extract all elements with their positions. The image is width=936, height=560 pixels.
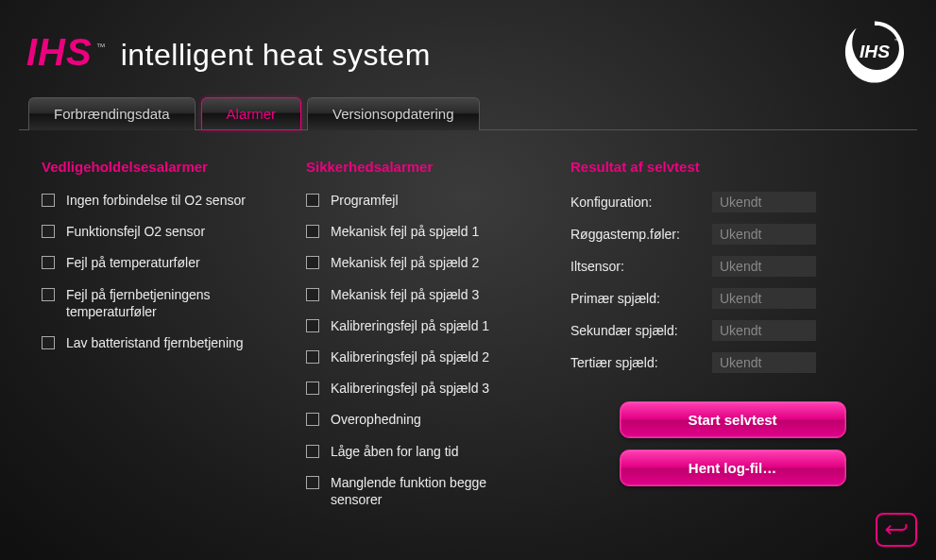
maintenance-alarm-label: Fejl på temperaturføler	[66, 254, 200, 271]
selftest-result-value: Ukendt	[712, 192, 816, 212]
tabbar: Forbrændingsdata Alarmer Versionsopdater…	[19, 96, 917, 130]
safety-alarm-item: Programfejl	[306, 192, 570, 209]
maintenance-alarm-checkbox[interactable]	[42, 336, 55, 349]
safety-alarm-label: Programfejl	[331, 192, 399, 209]
svg-text:™: ™	[894, 38, 900, 43]
brand-ihs: IHS	[26, 31, 93, 74]
selftest-result-label: Konfiguration:	[570, 195, 712, 210]
safety-alarm-checkbox[interactable]	[306, 256, 319, 269]
brand-subtitle: intelligent heat system	[121, 38, 431, 73]
safety-title: Sikkerhedsalarmer	[306, 159, 570, 175]
selftest-buttons: Start selvtest Hent log-fil…	[570, 401, 894, 486]
return-arrow-icon	[884, 521, 909, 538]
selftest-result-value: Ukendt	[712, 288, 816, 309]
content: Vedligeholdelsesalarmer Ingen forbindels…	[0, 130, 936, 518]
safety-alarm-label: Låge åben for lang tid	[331, 443, 458, 460]
selftest-rows: Konfiguration:UkendtRøggastemp.føler:Uke…	[570, 192, 894, 373]
maintenance-alarm-item: Funktionsfejl O2 sensor	[42, 223, 306, 240]
safety-alarm-checkbox[interactable]	[306, 194, 319, 207]
safety-alarm-item: Kalibreringsfejl på spjæld 1	[306, 317, 570, 334]
safety-alarm-checkbox[interactable]	[306, 288, 319, 301]
safety-alarm-list: ProgramfejlMekanisk fejl på spjæld 1Meka…	[306, 192, 570, 508]
selftest-result-value: Ukendt	[712, 352, 816, 373]
safety-column: Sikkerhedsalarmer ProgramfejlMekanisk fe…	[306, 159, 570, 508]
safety-alarm-item: Manglende funktion begge sensorer	[306, 474, 570, 508]
tab-combustion-data[interactable]: Forbrændingsdata	[28, 97, 196, 130]
safety-alarm-item: Kalibreringsfejl på spjæld 3	[306, 380, 570, 397]
maintenance-alarm-item: Lav batteristand fjernbetjening	[42, 334, 306, 351]
maintenance-alarm-label: Funktionsfejl O2 sensor	[66, 223, 205, 240]
brand: IHS ™ intelligent heat system	[26, 31, 431, 74]
safety-alarm-label: Kalibreringsfejl på spjæld 1	[331, 317, 489, 334]
safety-alarm-label: Mekanisk fejl på spjæld 2	[331, 254, 479, 271]
maintenance-alarm-list: Ingen forbindelse til O2 sensorFunktions…	[42, 192, 306, 351]
safety-alarm-item: Mekanisk fejl på spjæld 1	[306, 223, 570, 240]
safety-alarm-item: Kalibreringsfejl på spjæld 2	[306, 348, 570, 365]
maintenance-alarm-item: Ingen forbindelse til O2 sensor	[42, 192, 306, 209]
maintenance-column: Vedligeholdelsesalarmer Ingen forbindels…	[42, 159, 306, 508]
maintenance-alarm-checkbox[interactable]	[42, 225, 55, 238]
selftest-result-label: Røggastemp.føler:	[570, 227, 712, 242]
tab-version-update[interactable]: Versionsopdatering	[307, 97, 479, 130]
safety-alarm-checkbox[interactable]	[306, 445, 319, 458]
maintenance-alarm-item: Fejl på fjernbetjeningens temperaturføle…	[42, 286, 306, 320]
get-log-file-button[interactable]: Hent log-fil…	[620, 450, 846, 486]
safety-alarm-checkbox[interactable]	[306, 225, 319, 238]
tab-alarms[interactable]: Alarmer	[201, 97, 302, 130]
selftest-result-label: Primær spjæld:	[570, 291, 712, 306]
safety-alarm-item: Mekanisk fejl på spjæld 2	[306, 254, 570, 271]
safety-alarm-label: Kalibreringsfejl på spjæld 3	[331, 380, 489, 397]
selftest-title: Resultat af selvtest	[570, 159, 894, 175]
maintenance-alarm-checkbox[interactable]	[42, 288, 55, 301]
selftest-result-label: Sekundær spjæld:	[570, 323, 712, 338]
selftest-result-row: Iltsensor:Ukendt	[570, 256, 894, 277]
ihs-logo-icon: IHS ™	[840, 17, 910, 87]
selftest-result-row: Konfiguration:Ukendt	[570, 192, 894, 212]
safety-alarm-checkbox[interactable]	[306, 476, 319, 489]
safety-alarm-checkbox[interactable]	[306, 319, 319, 332]
safety-alarm-label: Manglende funktion begge sensorer	[331, 474, 538, 508]
back-button[interactable]	[876, 513, 917, 547]
safety-alarm-item: Låge åben for lang tid	[306, 443, 570, 460]
safety-alarm-item: Mekanisk fejl på spjæld 3	[306, 286, 570, 303]
start-selftest-button[interactable]: Start selvtest	[620, 401, 846, 438]
maintenance-alarm-checkbox[interactable]	[42, 256, 55, 269]
safety-alarm-item: Overophedning	[306, 411, 570, 428]
selftest-result-row: Tertiær spjæld:Ukendt	[570, 352, 894, 373]
maintenance-alarm-label: Ingen forbindelse til O2 sensor	[66, 192, 246, 209]
safety-alarm-label: Mekanisk fejl på spjæld 1	[331, 223, 479, 240]
selftest-result-label: Tertiær spjæld:	[570, 355, 712, 370]
safety-alarm-label: Kalibreringsfejl på spjæld 2	[331, 348, 489, 365]
safety-alarm-label: Overophedning	[331, 411, 421, 428]
selftest-result-row: Primær spjæld:Ukendt	[570, 288, 894, 309]
trademark-symbol: ™	[96, 42, 106, 52]
maintenance-alarm-label: Fejl på fjernbetjeningens temperaturføle…	[66, 286, 274, 320]
selftest-result-value: Ukendt	[712, 256, 816, 277]
header: IHS ™ intelligent heat system IHS ™	[0, 0, 936, 96]
selftest-result-row: Røggastemp.føler:Ukendt	[570, 224, 894, 245]
safety-alarm-checkbox[interactable]	[306, 413, 319, 426]
safety-alarm-checkbox[interactable]	[306, 382, 319, 395]
safety-alarm-label: Mekanisk fejl på spjæld 3	[331, 286, 479, 303]
safety-alarm-checkbox[interactable]	[306, 350, 319, 364]
svg-text:IHS: IHS	[859, 42, 890, 61]
selftest-result-value: Ukendt	[712, 224, 816, 245]
maintenance-alarm-label: Lav batteristand fjernbetjening	[66, 334, 244, 351]
selftest-column: Resultat af selvtest Konfiguration:Ukend…	[570, 159, 913, 508]
maintenance-alarm-checkbox[interactable]	[42, 194, 55, 207]
selftest-result-row: Sekundær spjæld:Ukendt	[570, 320, 894, 341]
maintenance-alarm-item: Fejl på temperaturføler	[42, 254, 306, 271]
selftest-result-value: Ukendt	[712, 320, 816, 341]
maintenance-title: Vedligeholdelsesalarmer	[42, 159, 306, 175]
selftest-result-label: Iltsensor:	[570, 259, 712, 274]
